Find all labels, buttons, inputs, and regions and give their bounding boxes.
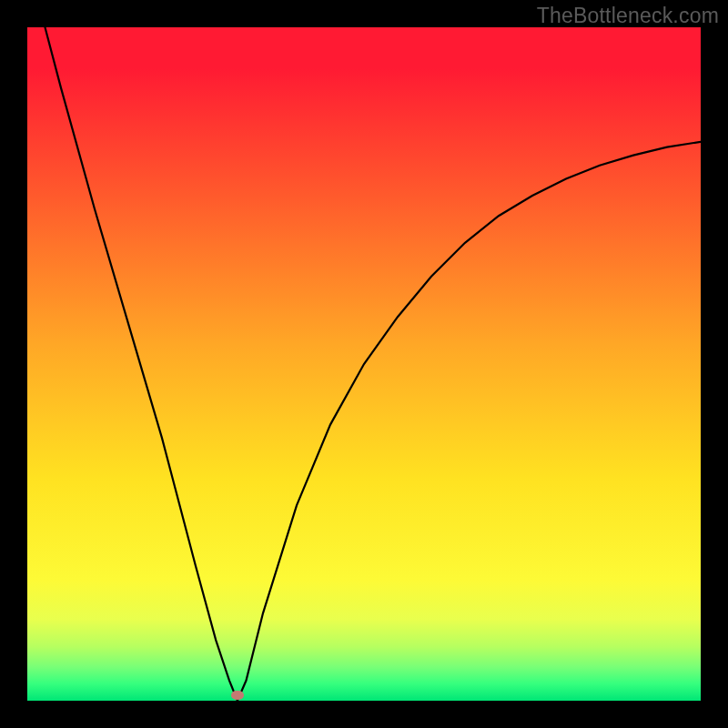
bottleneck-curve <box>27 27 701 701</box>
optimal-point-marker <box>231 691 244 700</box>
chart-plot-area <box>27 27 701 701</box>
chart-frame: TheBottleneck.com <box>0 0 728 728</box>
watermark-text: TheBottleneck.com <box>537 4 719 28</box>
